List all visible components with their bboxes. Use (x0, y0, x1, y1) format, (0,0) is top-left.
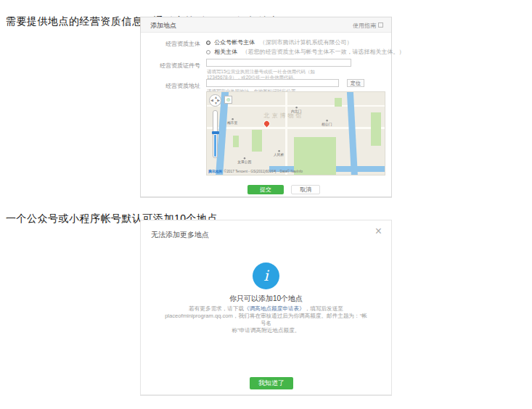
limit-body-prefix: 若有更多需求，请下载 (189, 305, 244, 312)
limit-heading: 你只可以添加10个地点 (141, 294, 391, 304)
radio-account-note: （深圳市腾讯计算机系统有限公司） (259, 39, 352, 46)
radio-row-related-subject: 相关主体 （若您的经营资质主体与帐号主体不一致，请选择相关主体。） (206, 48, 404, 56)
guide-book-icon (378, 22, 383, 28)
address-input[interactable] (206, 79, 339, 87)
pan-right-icon[interactable]: ▶ (217, 99, 220, 102)
map-pan-control[interactable]: ▲ ▼ ◀ ▶ (209, 94, 221, 107)
usage-guide-link[interactable]: 使用指南 (353, 22, 383, 30)
radio-account-subject[interactable] (206, 41, 210, 45)
map-marker-pin[interactable] (263, 120, 271, 128)
limit-body-line2: placeofminiprogram.qq.com，我们将在审核通过后为你调高额… (165, 313, 367, 326)
limit-dialog-title: 无法添加更多地点 (151, 230, 209, 240)
map-poi-label: 相公门 (322, 120, 332, 127)
map-attribution: 腾讯地图©2017 Tencent - GS(2011)6016号 - Data… (208, 169, 303, 174)
radio-related-note: （若您的经营资质主体与帐号主体不一致，请选择相关主体。） (242, 49, 404, 55)
map-poi-label: 梅市里 (227, 118, 237, 125)
map-poi-label: 内北门 (291, 107, 301, 114)
submit-button[interactable]: 提交 (247, 185, 284, 194)
map-park (335, 98, 342, 107)
cert-number-input[interactable] (206, 59, 351, 67)
info-icon: i (253, 263, 279, 289)
radio-account-label: 公众号帐号主体 (214, 39, 255, 46)
limit-body-suffix: ，填写后发送至 (305, 305, 343, 312)
ok-button[interactable]: 我知道了 (250, 377, 293, 389)
close-icon[interactable]: × (375, 226, 382, 237)
add-location-dialog: 添加地点 使用指南 经营资质主体 公众号帐号主体 （深圳市腾讯计算机系统有限公司… (140, 17, 392, 197)
map-logo: 腾讯地图 (208, 170, 222, 173)
quota-form-link[interactable]: 《调高地点额度申请表》 (244, 305, 305, 312)
map-road (207, 127, 385, 129)
radio-related-label: 相关主体 (214, 49, 237, 55)
cert-number-label: 经营资质证件号 (145, 62, 200, 70)
locate-button[interactable]: 定位 (347, 79, 364, 87)
map-zoom-slider[interactable] (213, 110, 218, 158)
zoom-slider-knob[interactable] (212, 131, 219, 134)
radio-row-account-subject: 公众号帐号主体 （深圳市腾讯计算机系统有限公司） (206, 38, 352, 46)
map-poi-label: 龙潭公园 (237, 157, 251, 165)
map-river (347, 91, 359, 175)
map-canvas[interactable]: 北京博物馆 内北门 相公门 梅市里 人民桥 龙潭公园 ▲ ▼ ◀ ▶ ◎ 腾讯地… (206, 91, 385, 175)
map-area-label: 北京博物馆 (249, 112, 319, 120)
limit-body-text: 若有更多需求，请下载《调高地点额度申请表》，填写后发送至 placeofmini… (163, 305, 370, 334)
limit-body-line3: 称”申请调高附近地点额度。 (232, 327, 300, 334)
map-poi-label: 人民桥 (274, 150, 284, 157)
map-park (252, 130, 262, 152)
address-label: 经营资质地址 (145, 82, 200, 90)
dialog-title: 添加地点 (150, 21, 176, 30)
current-location-icon[interactable]: ◎ (224, 96, 232, 104)
map-park (371, 112, 381, 146)
cancel-button[interactable]: 取消 (291, 185, 320, 194)
zoom-slider-fill (214, 135, 216, 157)
dialog-header: 添加地点 使用指南 (141, 17, 391, 33)
subject-label: 经营资质主体 (145, 40, 200, 48)
pan-left-icon[interactable]: ◀ (210, 99, 213, 102)
map-park (233, 136, 239, 147)
limit-dialog: 无法添加更多地点 × i 你只可以添加10个地点 若有更多需求，请下载《调高地点… (140, 220, 392, 395)
radio-related-subject[interactable] (206, 50, 210, 54)
